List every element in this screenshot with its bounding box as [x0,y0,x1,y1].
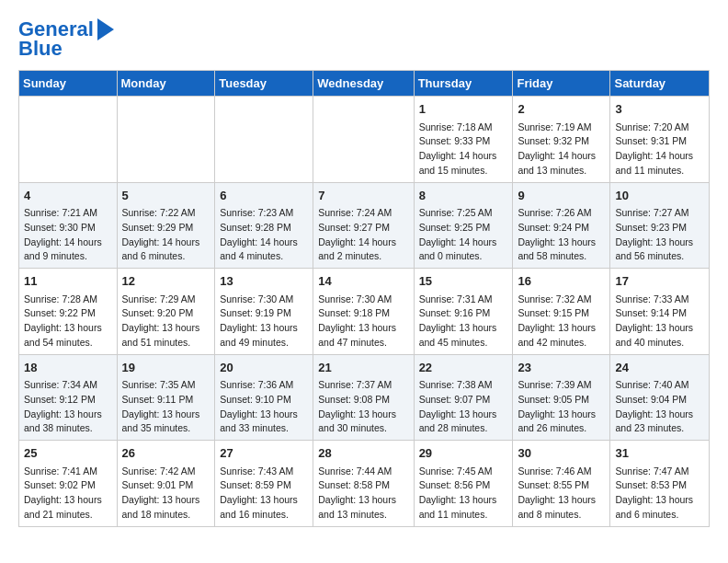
calendar-cell: 26Sunrise: 7:42 AM Sunset: 9:01 PM Dayli… [117,441,215,527]
day-number: 26 [122,444,210,463]
day-info: Sunrise: 7:19 AM Sunset: 9:32 PM Dayligh… [518,121,605,178]
day-info: Sunrise: 7:37 AM Sunset: 9:08 PM Dayligh… [318,378,408,436]
day-info: Sunrise: 7:23 AM Sunset: 9:28 PM Dayligh… [220,206,308,264]
day-number: 27 [220,444,308,463]
calendar-cell: 24Sunrise: 7:40 AM Sunset: 9:04 PM Dayli… [610,354,710,441]
calendar-cell: 19Sunrise: 7:35 AM Sunset: 9:11 PM Dayli… [117,354,215,441]
calendar-cell [215,97,313,183]
day-info: Sunrise: 7:33 AM Sunset: 9:14 PM Dayligh… [615,293,704,350]
weekday-header-friday: Friday [513,71,610,97]
calendar-cell [19,97,118,183]
logo-arrow-icon [97,18,114,40]
calendar-cell: 11Sunrise: 7:28 AM Sunset: 9:22 PM Dayli… [19,269,118,355]
day-info: Sunrise: 7:40 AM Sunset: 9:04 PM Dayligh… [615,378,704,436]
calendar-cell: 4Sunrise: 7:21 AM Sunset: 9:30 PM Daylig… [19,182,118,269]
calendar-cell: 16Sunrise: 7:32 AM Sunset: 9:15 PM Dayli… [513,269,610,355]
calendar-cell: 21Sunrise: 7:37 AM Sunset: 9:08 PM Dayli… [313,354,414,441]
day-number: 31 [615,444,704,463]
day-info: Sunrise: 7:38 AM Sunset: 9:07 PM Dayligh… [419,378,508,436]
day-info: Sunrise: 7:31 AM Sunset: 9:16 PM Dayligh… [419,293,508,350]
calendar-week-row: 18Sunrise: 7:34 AM Sunset: 9:12 PM Dayli… [19,354,710,441]
page-header: General Blue [18,18,710,61]
calendar-cell: 23Sunrise: 7:39 AM Sunset: 9:05 PM Dayli… [513,354,610,441]
day-number: 14 [318,272,408,291]
day-info: Sunrise: 7:22 AM Sunset: 9:29 PM Dayligh… [122,206,210,264]
day-info: Sunrise: 7:20 AM Sunset: 9:31 PM Dayligh… [615,121,704,178]
day-number: 10 [615,187,704,205]
day-number: 19 [122,359,210,377]
calendar-week-row: 4Sunrise: 7:21 AM Sunset: 9:30 PM Daylig… [19,182,710,269]
calendar-cell [117,97,215,183]
day-number: 13 [220,272,308,291]
calendar-cell: 15Sunrise: 7:31 AM Sunset: 9:16 PM Dayli… [414,269,513,355]
calendar-table: SundayMondayTuesdayWednesdayThursdayFrid… [18,70,710,527]
day-info: Sunrise: 7:30 AM Sunset: 9:19 PM Dayligh… [220,293,308,350]
day-number: 1 [419,100,508,119]
day-number: 18 [24,359,112,377]
day-number: 8 [419,187,508,205]
weekday-header-wednesday: Wednesday [313,71,414,97]
calendar-cell: 25Sunrise: 7:41 AM Sunset: 9:02 PM Dayli… [19,441,118,527]
day-number: 24 [615,359,704,377]
day-info: Sunrise: 7:46 AM Sunset: 8:55 PM Dayligh… [518,465,605,523]
calendar-cell: 10Sunrise: 7:27 AM Sunset: 9:23 PM Dayli… [610,182,710,269]
day-number: 9 [518,187,605,205]
calendar-cell: 29Sunrise: 7:45 AM Sunset: 8:56 PM Dayli… [414,441,513,527]
day-number: 20 [220,359,308,377]
day-info: Sunrise: 7:41 AM Sunset: 9:02 PM Dayligh… [24,465,112,523]
day-number: 21 [318,359,408,377]
calendar-cell: 20Sunrise: 7:36 AM Sunset: 9:10 PM Dayli… [215,354,313,441]
day-number: 4 [24,187,112,205]
day-number: 6 [220,187,308,205]
day-info: Sunrise: 7:26 AM Sunset: 9:24 PM Dayligh… [518,206,605,264]
day-info: Sunrise: 7:47 AM Sunset: 8:53 PM Dayligh… [615,465,704,523]
day-info: Sunrise: 7:43 AM Sunset: 8:59 PM Dayligh… [220,465,308,523]
day-number: 12 [122,272,210,291]
day-info: Sunrise: 7:29 AM Sunset: 9:20 PM Dayligh… [122,293,210,350]
day-info: Sunrise: 7:42 AM Sunset: 9:01 PM Dayligh… [122,465,210,523]
calendar-cell: 3Sunrise: 7:20 AM Sunset: 9:31 PM Daylig… [610,97,710,183]
day-info: Sunrise: 7:44 AM Sunset: 8:58 PM Dayligh… [318,465,408,523]
day-info: Sunrise: 7:32 AM Sunset: 9:15 PM Dayligh… [518,293,605,350]
day-number: 7 [318,187,408,205]
calendar-cell: 22Sunrise: 7:38 AM Sunset: 9:07 PM Dayli… [414,354,513,441]
calendar-cell: 18Sunrise: 7:34 AM Sunset: 9:12 PM Dayli… [19,354,118,441]
calendar-cell: 30Sunrise: 7:46 AM Sunset: 8:55 PM Dayli… [513,441,610,527]
day-number: 5 [122,187,210,205]
calendar-cell: 17Sunrise: 7:33 AM Sunset: 9:14 PM Dayli… [610,269,710,355]
calendar-cell: 28Sunrise: 7:44 AM Sunset: 8:58 PM Dayli… [313,441,414,527]
day-number: 23 [518,359,605,377]
calendar-cell: 31Sunrise: 7:47 AM Sunset: 8:53 PM Dayli… [610,441,710,527]
calendar-cell: 12Sunrise: 7:29 AM Sunset: 9:20 PM Dayli… [117,269,215,355]
weekday-header-monday: Monday [117,71,215,97]
calendar-week-row: 25Sunrise: 7:41 AM Sunset: 9:02 PM Dayli… [19,441,710,527]
calendar-cell: 14Sunrise: 7:30 AM Sunset: 9:18 PM Dayli… [313,269,414,355]
day-info: Sunrise: 7:34 AM Sunset: 9:12 PM Dayligh… [24,378,112,436]
calendar-cell: 7Sunrise: 7:24 AM Sunset: 9:27 PM Daylig… [313,182,414,269]
day-info: Sunrise: 7:25 AM Sunset: 9:25 PM Dayligh… [419,206,508,264]
day-number: 2 [518,100,605,119]
weekday-header-sunday: Sunday [19,71,118,97]
weekday-header-tuesday: Tuesday [215,71,313,97]
calendar-cell: 5Sunrise: 7:22 AM Sunset: 9:29 PM Daylig… [117,182,215,269]
calendar-week-row: 1Sunrise: 7:18 AM Sunset: 9:33 PM Daylig… [19,97,710,183]
day-number: 22 [419,359,508,377]
day-info: Sunrise: 7:30 AM Sunset: 9:18 PM Dayligh… [318,293,408,350]
day-number: 28 [318,444,408,463]
weekday-header-thursday: Thursday [414,71,513,97]
weekday-header-saturday: Saturday [610,71,710,97]
calendar-cell: 1Sunrise: 7:18 AM Sunset: 9:33 PM Daylig… [414,97,513,183]
calendar-cell: 13Sunrise: 7:30 AM Sunset: 9:19 PM Dayli… [215,269,313,355]
day-number: 3 [615,100,704,119]
day-number: 16 [518,272,605,291]
day-info: Sunrise: 7:18 AM Sunset: 9:33 PM Dayligh… [419,121,508,178]
calendar-cell: 9Sunrise: 7:26 AM Sunset: 9:24 PM Daylig… [513,182,610,269]
day-number: 29 [419,444,508,463]
day-number: 11 [24,272,112,291]
weekday-header-row: SundayMondayTuesdayWednesdayThursdayFrid… [19,71,710,97]
day-number: 17 [615,272,704,291]
day-number: 15 [419,272,508,291]
calendar-cell: 8Sunrise: 7:25 AM Sunset: 9:25 PM Daylig… [414,182,513,269]
day-number: 30 [518,444,605,463]
calendar-cell [313,97,414,183]
